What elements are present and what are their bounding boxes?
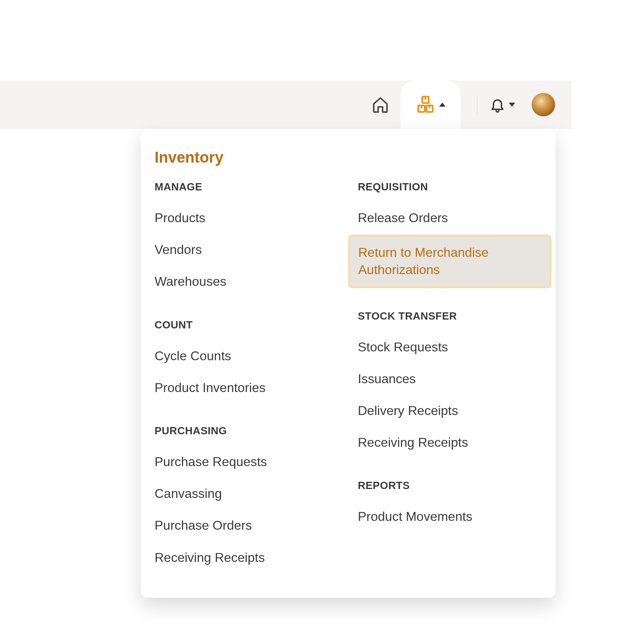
link-receiving-receipts-stock[interactable]: Receiving Receipts [356,427,543,458]
user-avatar[interactable] [531,93,555,117]
link-delivery-receipts[interactable]: Delivery Receipts [356,395,543,427]
divider [477,96,477,114]
dropdown-title: Inventory [153,149,543,166]
section-manage-header: MANAGE [153,181,340,193]
link-purchase-orders[interactable]: Purchase Orders [153,510,340,541]
caret-down-icon [509,103,515,107]
link-purchase-requests[interactable]: Purchase Requests [153,446,340,478]
link-stock-requests[interactable]: Stock Requests [356,331,543,363]
dropdown-right-column: REQUISITION Release Orders Return to Mer… [356,181,543,574]
link-products[interactable]: Products [153,202,340,234]
section-requisition-header: REQUISITION [356,181,543,193]
link-vendors[interactable]: Vendors [153,234,340,266]
section-reports-header: REPORTS [356,479,543,492]
section-purchasing-header: PURCHASING [153,425,340,437]
section-stock-transfer-header: STOCK TRANSFER [356,310,543,322]
link-issuances[interactable]: Issuances [356,363,543,395]
dropdown-left-column: MANAGE Products Vendors Warehouses COUNT… [153,181,340,574]
link-warehouses[interactable]: Warehouses [153,266,340,297]
link-product-movements[interactable]: Product Movements [356,501,543,533]
nav-notifications[interactable] [489,97,515,113]
link-receiving-receipts-purchasing[interactable]: Receiving Receipts [153,542,340,574]
boxes-icon [416,95,435,114]
home-icon [372,96,389,114]
inventory-dropdown: Inventory MANAGE Products Vendors Wareho… [141,129,555,598]
bell-icon [489,97,506,113]
caret-up-icon [439,103,446,107]
section-count-header: COUNT [153,319,340,331]
link-product-inventories[interactable]: Product Inventories [153,372,340,404]
topbar [0,80,572,129]
link-return-merchandise-authorizations[interactable]: Return to Merchandise Authorizations [348,235,551,288]
nav-inventory[interactable] [400,80,461,129]
link-release-orders[interactable]: Release Orders [356,202,543,234]
nav-home[interactable] [364,80,396,129]
link-cycle-counts[interactable]: Cycle Counts [153,340,340,372]
link-canvassing[interactable]: Canvassing [153,478,340,510]
